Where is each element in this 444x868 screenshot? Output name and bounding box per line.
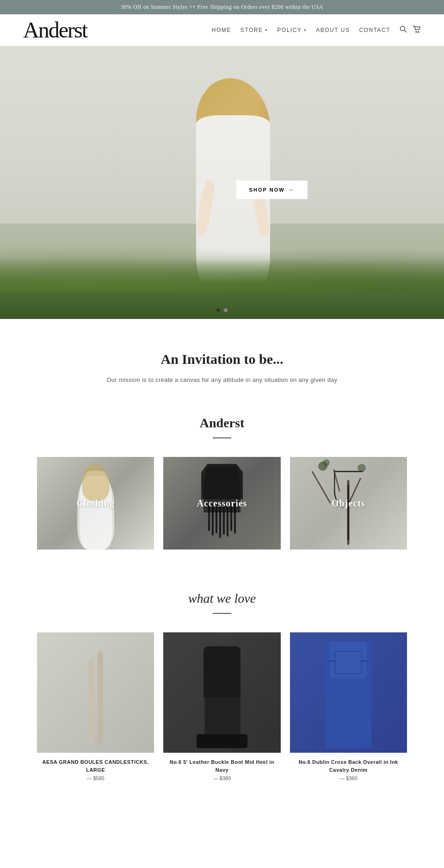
nav-policy-wrapper: POLICY ▼ (277, 27, 307, 33)
invitation-section: An Invitation to be... Our mission is to… (0, 319, 444, 406)
collections-grid: Clothing Accessories (37, 457, 407, 550)
svg-point-0 (401, 26, 405, 31)
nav-store-wrapper: STORE ▼ (240, 27, 268, 33)
invitation-title: An Invitation to be... (37, 351, 407, 367)
hero-dots (216, 308, 228, 312)
product-image-1 (37, 632, 154, 753)
product-price-separator-1: — (86, 775, 92, 781)
what-we-love-section: what we love AESA GRAND BOULES CANDLESTI… (0, 573, 444, 804)
product-name-2: No.6 5' Leather Buckle Boot Mid Heel in … (163, 758, 280, 774)
product-name-3: No.6 Dublin Cross Back Overall in Ink Ca… (290, 758, 407, 774)
wewelove-title: what we love (37, 591, 407, 606)
collections-section: Anderst Clothing Accessories (0, 406, 444, 573)
product-price-value-2: $380 (220, 775, 231, 781)
collections-title: Anderst (37, 416, 407, 431)
announcement-bar: 30% Off on Summer Styles ++ Free Shippin… (0, 0, 444, 14)
product-item-1[interactable]: AESA GRAND BOULES CANDLESTICKS, LARGE — … (37, 632, 154, 781)
site-header: Anderst HOME STORE ▼ POLICY ▼ ABOUT US C… (0, 14, 444, 46)
store-dropdown-icon: ▼ (264, 28, 268, 32)
shop-now-button[interactable]: SHOP NOW → (236, 181, 308, 199)
policy-dropdown-icon: ▼ (303, 28, 307, 32)
product-image-3 (290, 632, 407, 753)
svg-line-1 (405, 31, 407, 33)
search-icon[interactable] (400, 25, 407, 35)
collection-accessories[interactable]: Accessories (163, 457, 280, 550)
product-item-2[interactable]: No.6 5' Leather Buckle Boot Mid Heel in … (163, 632, 280, 781)
product-price-separator-3: — (339, 775, 345, 781)
products-grid: AESA GRAND BOULES CANDLESTICKS, LARGE — … (37, 632, 407, 781)
collection-objects-label: Objects (332, 498, 365, 509)
nav-contact[interactable]: CONTACT (359, 27, 390, 33)
shop-now-arrow: → (289, 187, 295, 193)
product-name-1: AESA GRAND BOULES CANDLESTICKS, LARGE (37, 758, 154, 774)
collections-divider (213, 437, 231, 438)
hero-section: SHOP NOW → (0, 46, 444, 319)
collection-objects[interactable]: Objects (290, 457, 407, 550)
product-price-1: — $585 (37, 775, 154, 781)
main-nav: HOME STORE ▼ POLICY ▼ ABOUT US CONTACT (212, 25, 421, 35)
shop-now-label: SHOP NOW (249, 187, 285, 193)
nav-home[interactable]: HOME (212, 27, 231, 33)
product-price-value-3: $360 (346, 775, 357, 781)
cart-icon[interactable] (413, 25, 421, 35)
product-image-2 (163, 632, 280, 753)
product-price-value-1: $585 (93, 775, 104, 781)
site-logo[interactable]: Anderst (23, 19, 87, 41)
wewelove-divider (213, 613, 231, 614)
collection-clothing[interactable]: Clothing (37, 457, 154, 550)
svg-point-2 (416, 31, 417, 32)
nav-policy[interactable]: POLICY (277, 27, 302, 33)
invitation-description: Our mission is to create a canvas for an… (37, 376, 407, 383)
nav-icons (400, 25, 421, 35)
product-price-separator-2: — (213, 775, 218, 781)
hero-dot-2[interactable] (224, 308, 228, 312)
product-price-2: — $380 (163, 775, 280, 781)
hero-plants-detail (0, 236, 444, 291)
hero-dot-1[interactable] (216, 308, 220, 312)
nav-store[interactable]: STORE (240, 27, 263, 33)
announcement-text: 30% Off on Summer Styles ++ Free Shippin… (121, 4, 323, 10)
svg-point-3 (418, 31, 419, 32)
collection-accessories-label: Accessories (197, 498, 247, 509)
product-item-3[interactable]: No.6 Dublin Cross Back Overall in Ink Ca… (290, 632, 407, 781)
product-price-3: — $360 (290, 775, 407, 781)
nav-about[interactable]: ABOUT US (316, 27, 350, 33)
collection-clothing-label: Clothing (76, 498, 114, 509)
